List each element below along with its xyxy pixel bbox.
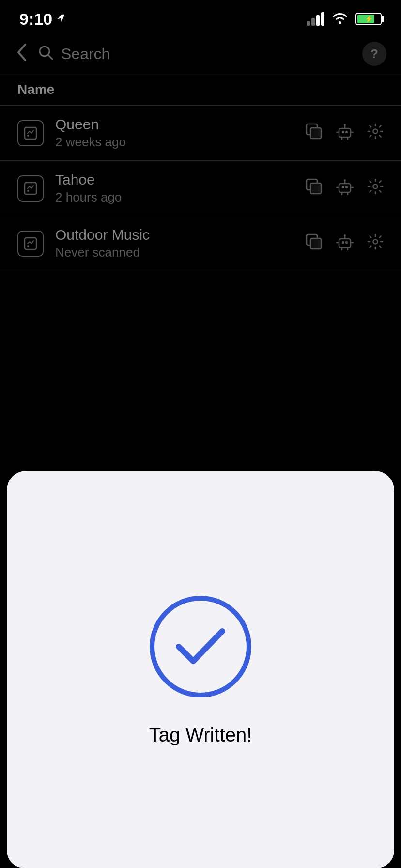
item-info: Tahoe 2 hours ago (55, 171, 293, 205)
svg-rect-5 (310, 128, 321, 139)
svg-rect-20 (25, 238, 36, 249)
write-icon[interactable] (305, 178, 323, 199)
back-button[interactable] (15, 42, 28, 66)
write-icon[interactable] (305, 233, 323, 254)
time-display: 9:10 (19, 10, 52, 29)
item-info: Queen 2 weeks ago (55, 116, 293, 150)
list-item: Queen 2 weeks ago (0, 106, 401, 161)
write-icon[interactable] (305, 123, 323, 144)
item-actions (305, 123, 384, 144)
item-info: Outdoor Music Never scanned (55, 227, 293, 260)
modal-overlay: Tag Written! (0, 451, 401, 868)
svg-rect-25 (342, 241, 344, 244)
checkmark-circle-icon (147, 593, 254, 700)
wifi-icon (331, 13, 349, 25)
robot-icon[interactable] (336, 178, 354, 199)
item-date: Never scanned (55, 245, 293, 260)
list-header: Name (0, 74, 401, 106)
tag-written-label: Tag Written! (149, 724, 252, 746)
svg-point-12 (27, 190, 29, 192)
location-arrow-icon (56, 14, 67, 24)
help-button[interactable]: ? (362, 42, 386, 66)
search-icon (38, 45, 54, 63)
svg-rect-17 (345, 186, 348, 188)
svg-point-19 (373, 184, 378, 188)
item-thumbnail-icon (17, 120, 44, 146)
svg-rect-26 (345, 241, 348, 244)
svg-rect-14 (310, 183, 321, 194)
robot-icon[interactable] (336, 233, 354, 254)
search-placeholder: Search (61, 45, 110, 63)
svg-rect-15 (339, 184, 351, 192)
svg-point-21 (27, 245, 29, 247)
list-item: Outdoor Music Never scanned (0, 216, 401, 271)
svg-point-9 (344, 124, 346, 126)
list-item: Tahoe 2 hours ago (0, 161, 401, 216)
settings-icon[interactable] (367, 233, 384, 254)
svg-rect-2 (25, 127, 36, 139)
item-name: Queen (55, 116, 293, 133)
item-actions (305, 178, 384, 199)
tag-written-modal: Tag Written! (7, 471, 394, 868)
svg-rect-8 (345, 131, 348, 133)
items-list: Queen 2 weeks ago (0, 106, 401, 271)
search-input-wrapper[interactable]: Search (38, 45, 353, 63)
item-actions (305, 233, 384, 254)
item-name: Outdoor Music (55, 227, 293, 243)
status-bar: 9:10 ⚡ (0, 0, 401, 34)
item-thumbnail-icon (17, 231, 44, 257)
item-date: 2 weeks ago (55, 135, 293, 150)
settings-icon[interactable] (367, 123, 384, 143)
svg-rect-24 (339, 239, 351, 248)
robot-icon[interactable] (336, 123, 354, 144)
svg-rect-23 (310, 238, 321, 249)
svg-point-10 (373, 129, 378, 133)
svg-point-18 (344, 179, 346, 181)
svg-rect-6 (339, 128, 351, 137)
svg-rect-7 (342, 131, 344, 133)
svg-point-29 (152, 598, 249, 695)
item-thumbnail-icon (17, 175, 44, 202)
svg-point-27 (344, 234, 346, 236)
svg-rect-16 (342, 186, 344, 188)
battery-icon: ⚡ (355, 13, 382, 25)
search-bar: Search ? (0, 34, 401, 74)
svg-point-0 (339, 22, 341, 24)
svg-point-28 (373, 239, 378, 244)
column-name-label: Name (17, 82, 54, 97)
signal-bars-icon (307, 12, 324, 26)
item-date: 2 hours ago (55, 190, 293, 205)
svg-rect-11 (25, 183, 36, 194)
status-icons: ⚡ (307, 12, 382, 26)
item-name: Tahoe (55, 171, 293, 188)
status-time-container: 9:10 (19, 10, 67, 29)
svg-point-3 (27, 135, 29, 137)
settings-icon[interactable] (367, 178, 384, 199)
